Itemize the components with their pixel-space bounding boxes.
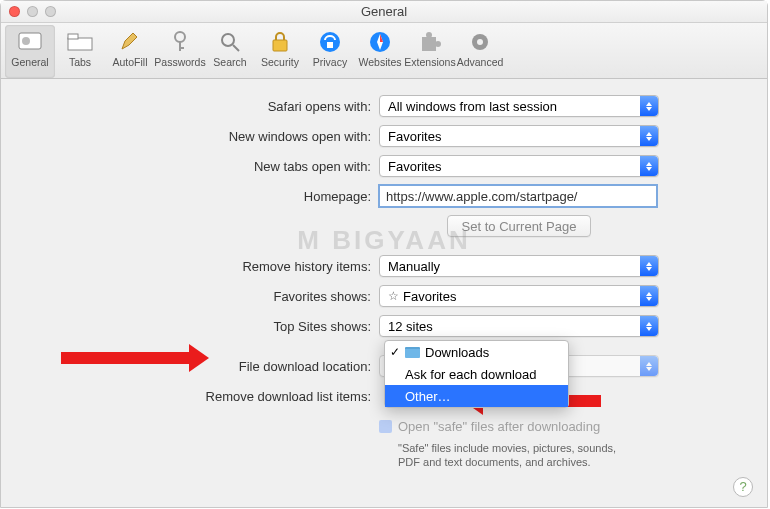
gear-icon bbox=[467, 29, 493, 55]
label-download-location: File download location: bbox=[1, 359, 379, 374]
svg-point-7 bbox=[222, 34, 234, 46]
svg-point-4 bbox=[175, 32, 185, 42]
popup-item-other[interactable]: Other… bbox=[385, 385, 568, 407]
window-controls bbox=[9, 6, 56, 17]
puzzle-icon bbox=[417, 29, 443, 55]
open-safe-checkbox[interactable] bbox=[379, 420, 392, 433]
label-remove-download: Remove download list items: bbox=[1, 389, 379, 404]
chevron-updown-icon bbox=[640, 256, 658, 276]
zoom-window-button[interactable] bbox=[45, 6, 56, 17]
compass-icon bbox=[367, 29, 393, 55]
label-favorites-shows: Favorites shows: bbox=[1, 289, 379, 304]
chevron-updown-icon bbox=[640, 286, 658, 306]
svg-rect-2 bbox=[68, 38, 92, 50]
label-top-sites: Top Sites shows: bbox=[1, 319, 379, 334]
select-remove-history[interactable]: Manually bbox=[379, 255, 659, 277]
close-window-button[interactable] bbox=[9, 6, 20, 17]
label-new-tabs: New tabs open with: bbox=[1, 159, 379, 174]
chevron-updown-icon bbox=[640, 156, 658, 176]
chevron-updown-icon bbox=[640, 356, 658, 376]
select-safari-opens[interactable]: All windows from last session bbox=[379, 95, 659, 117]
privacy-icon bbox=[317, 29, 343, 55]
general-pane: Safari opens with: All windows from last… bbox=[1, 79, 767, 507]
tab-general[interactable]: General bbox=[5, 25, 55, 78]
chevron-updown-icon bbox=[640, 126, 658, 146]
select-new-windows[interactable]: Favorites bbox=[379, 125, 659, 147]
chevron-updown-icon bbox=[640, 96, 658, 116]
tab-security[interactable]: Security bbox=[255, 25, 305, 78]
download-location-popup: Downloads Ask for each download Other… bbox=[384, 340, 569, 408]
select-favorites-shows[interactable]: ☆Favorites bbox=[379, 285, 659, 307]
safe-files-note: "Safe" files include movies, pictures, s… bbox=[379, 441, 639, 469]
svg-rect-11 bbox=[327, 42, 333, 48]
svg-rect-6 bbox=[179, 47, 184, 49]
tab-privacy[interactable]: Privacy bbox=[305, 25, 355, 78]
help-button[interactable]: ? bbox=[733, 477, 753, 497]
tab-websites[interactable]: Websites bbox=[355, 25, 405, 78]
search-icon bbox=[217, 29, 243, 55]
svg-rect-9 bbox=[273, 40, 287, 51]
tab-passwords[interactable]: Passwords bbox=[155, 25, 205, 78]
switch-icon bbox=[17, 29, 43, 55]
window-title: General bbox=[361, 4, 407, 19]
chevron-updown-icon bbox=[640, 316, 658, 336]
preferences-toolbar: General Tabs AutoFill Passwords Search S… bbox=[1, 23, 767, 79]
label-remove-history: Remove history items: bbox=[1, 259, 379, 274]
tabs-icon bbox=[67, 29, 93, 55]
svg-rect-13 bbox=[422, 37, 436, 51]
label-open-safe: Open "safe" files after downloading bbox=[398, 419, 600, 434]
titlebar: General bbox=[1, 1, 767, 23]
set-current-page-button[interactable]: Set to Current Page bbox=[447, 215, 592, 237]
lock-icon bbox=[267, 29, 293, 55]
preferences-window: General General Tabs AutoFill Passwords … bbox=[0, 0, 768, 508]
minimize-window-button[interactable] bbox=[27, 6, 38, 17]
folder-icon bbox=[405, 347, 420, 358]
popup-item-downloads[interactable]: Downloads bbox=[385, 341, 568, 363]
svg-point-15 bbox=[435, 41, 441, 47]
tab-advanced[interactable]: Advanced bbox=[455, 25, 505, 78]
label-homepage: Homepage: bbox=[1, 189, 379, 204]
tab-tabs[interactable]: Tabs bbox=[55, 25, 105, 78]
svg-line-8 bbox=[233, 45, 239, 51]
select-new-tabs[interactable]: Favorites bbox=[379, 155, 659, 177]
svg-point-14 bbox=[426, 32, 432, 38]
tab-search[interactable]: Search bbox=[205, 25, 255, 78]
svg-rect-5 bbox=[179, 41, 181, 51]
svg-point-17 bbox=[477, 39, 483, 45]
popup-item-ask[interactable]: Ask for each download bbox=[385, 363, 568, 385]
pen-icon bbox=[117, 29, 143, 55]
label-new-windows: New windows open with: bbox=[1, 129, 379, 144]
label-safari-opens: Safari opens with: bbox=[1, 99, 379, 114]
key-icon bbox=[167, 29, 193, 55]
tab-autofill[interactable]: AutoFill bbox=[105, 25, 155, 78]
homepage-field[interactable] bbox=[379, 185, 657, 207]
star-icon: ☆ bbox=[388, 289, 399, 303]
svg-point-1 bbox=[22, 37, 30, 45]
tab-extensions[interactable]: Extensions bbox=[405, 25, 455, 78]
select-top-sites[interactable]: 12 sites bbox=[379, 315, 659, 337]
svg-rect-3 bbox=[68, 34, 78, 39]
